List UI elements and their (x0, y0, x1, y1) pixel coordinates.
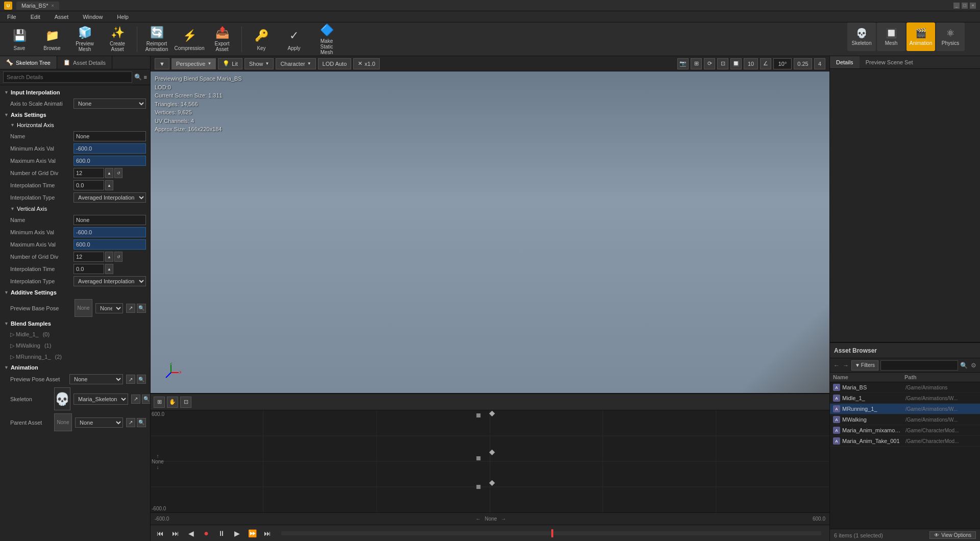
h-interp-time-spin[interactable]: ▲ (105, 180, 113, 190)
preview-pose-select[interactable]: None (69, 374, 123, 384)
close-tab-button[interactable]: × (52, 3, 54, 8)
play-pause-button[interactable]: ⏸ (216, 528, 227, 539)
skeleton-select[interactable]: Maria_Skeleton (74, 394, 128, 405)
section-horizontal-axis[interactable]: ▼ Horizontal Axis (0, 120, 150, 130)
preview-base-use-btn[interactable]: ↗ (126, 304, 135, 313)
tab-asset-details[interactable]: 📋 Asset Details (57, 56, 112, 69)
section-vertical-axis[interactable]: ▼ Vertical Axis (0, 204, 150, 214)
section-blend-samples[interactable]: ▼ Blend Samples (0, 318, 150, 329)
play-step-back-button[interactable]: ⏭ (170, 528, 181, 539)
make-static-mesh-button[interactable]: 🔷 Make Static Mesh (311, 24, 342, 54)
axis-to-scale-select[interactable]: None (74, 99, 146, 109)
tab-preview-scene-set[interactable]: Preview Scene Set (860, 56, 919, 68)
preview-base-pose-select[interactable]: None (95, 303, 123, 313)
v-axis-max-input[interactable] (74, 239, 146, 250)
play-jump-end-button[interactable]: ⏭ (262, 528, 273, 539)
h-axis-min-input[interactable] (74, 143, 146, 154)
view-icon-btn[interactable]: 🔲 (730, 58, 742, 69)
search-input[interactable] (3, 71, 132, 83)
play-reverse-button[interactable]: ◀ (185, 528, 197, 539)
skeleton-search-btn[interactable]: 🔍 (142, 395, 150, 404)
section-axis-settings[interactable]: ▼ Axis Settings (0, 110, 150, 120)
h-axis-max-input[interactable] (74, 156, 146, 166)
viewport-dropdown-button[interactable]: ▼ (155, 58, 169, 69)
tl-normalize-btn[interactable]: ⊞ (154, 397, 165, 408)
rotate-icon-btn[interactable]: ⟳ (704, 58, 715, 69)
asset-row-maria-anim-mixamo[interactable]: A Maria_Anim_mixamo_com /Game/CharacterM… (830, 425, 980, 436)
ab-search-button[interactable]: 🔍 (960, 361, 968, 370)
play-jump-start-button[interactable]: ⏮ (155, 528, 166, 539)
skeleton-use-btn[interactable]: ↗ (131, 395, 140, 404)
menu-edit[interactable]: Edit (28, 13, 43, 21)
v-grid-div-input[interactable] (74, 252, 104, 262)
reimport-animation-button[interactable]: 🔄 Reimport Animation (141, 24, 172, 54)
asset-row-maria-bs[interactable]: A Maria_BS /Game/Animations (830, 382, 980, 393)
v-grid-reset[interactable]: ↺ (114, 252, 122, 262)
section-animation[interactable]: ▼ Animation (0, 362, 150, 373)
ab-forward-button[interactable]: → (842, 361, 849, 370)
preview-base-search-btn[interactable]: 🔍 (137, 304, 146, 313)
lod-auto-button[interactable]: LOD Auto (318, 58, 352, 69)
play-fast-forward-button[interactable]: ⏩ (247, 528, 258, 539)
tl-zoom-btn[interactable]: ⊡ (180, 397, 191, 408)
save-button[interactable]: 💾 Save (4, 24, 35, 54)
tab-skeleton-tree[interactable]: 🦴 Skeleton Tree (0, 56, 57, 69)
parent-asset-use-btn[interactable]: ↗ (126, 418, 135, 427)
parent-asset-select[interactable]: None (75, 417, 123, 428)
section-input-interpolation[interactable]: ▼ Input Interpolation (0, 87, 150, 97)
browse-button[interactable]: 📁 Browse (37, 24, 67, 54)
compression-button[interactable]: ⚡ Compression (174, 24, 205, 54)
apply-button[interactable]: ✓ Apply (279, 24, 309, 54)
preview-pose-search-btn[interactable]: 🔍 (137, 375, 146, 384)
view-options-button[interactable]: 👁 View Options (929, 531, 976, 539)
key-button[interactable]: 🔑 Key (246, 24, 277, 54)
tab-animation[interactable]: 🎬 Animation (906, 22, 935, 51)
record-button[interactable]: ● (201, 528, 212, 539)
asset-row-mrunning1[interactable]: A MRunning_1_ /Game/Animations/W... (830, 404, 980, 414)
cam-icon-btn[interactable]: 4 (814, 58, 825, 69)
list-view-icon[interactable]: ≡ (144, 74, 147, 80)
perspective-button[interactable]: Perspective ▼ (172, 58, 216, 69)
show-button[interactable]: Show ▼ (244, 58, 274, 69)
close-button[interactable]: × (970, 3, 976, 9)
v-interp-type-select[interactable]: Averaged Interpolation (74, 276, 146, 286)
x-scale-button[interactable]: ✕ x1.0 (353, 58, 380, 69)
snap-icon-btn[interactable]: ⊡ (717, 58, 728, 69)
asset-row-maria-anim-take[interactable]: A Maria_Anim_Take_001 /Game/CharacterMod… (830, 436, 980, 447)
preview-mesh-button[interactable]: 🧊 Preview Mesh (69, 24, 100, 54)
asset-row-midle1[interactable]: A Midle_1_ /Game/Animations/W... (830, 393, 980, 404)
menu-asset[interactable]: Asset (52, 13, 72, 21)
asset-row-mwalking[interactable]: A MWalking /Game/Animations/W... (830, 414, 980, 425)
parent-asset-search-btn[interactable]: 🔍 (137, 418, 146, 427)
grid-num-btn[interactable]: 10 (744, 58, 758, 69)
ab-filters-button[interactable]: ▼ Filters (851, 360, 878, 371)
tab-physics[interactable]: ⚛ Physics (936, 22, 965, 51)
ab-settings-button[interactable]: ⚙ (970, 361, 977, 370)
h-grid-reset[interactable]: ↺ (114, 168, 122, 178)
timeline-graph[interactable]: 600.0 -600.0 ↑ None ↓ (151, 410, 829, 512)
h-interp-type-select[interactable]: Averaged Interpolation (74, 192, 146, 203)
create-asset-button[interactable]: ✨ Create Asset (102, 24, 133, 54)
tl-pan-btn[interactable]: ✋ (167, 397, 178, 408)
v-interp-time-spin[interactable]: ▲ (105, 264, 113, 274)
ab-back-button[interactable]: ← (833, 361, 840, 370)
character-button[interactable]: Character ▼ (276, 58, 315, 69)
play-forward-button[interactable]: ▶ (231, 528, 242, 539)
menu-window[interactable]: Window (80, 13, 106, 21)
minimize-button[interactable]: _ (953, 3, 960, 9)
editor-tab[interactable]: Maria_BS* × (16, 2, 59, 10)
menu-file[interactable]: File (4, 13, 19, 21)
section-additive-settings[interactable]: ▼ Additive Settings (0, 287, 150, 298)
lit-button[interactable]: 💡 Lit (218, 58, 242, 69)
v-axis-name-input[interactable] (74, 215, 146, 225)
preview-pose-use-btn[interactable]: ↗ (126, 375, 135, 384)
asset-search-input[interactable] (880, 360, 958, 371)
tab-details[interactable]: Details (830, 56, 860, 68)
maximize-button[interactable]: □ (962, 3, 968, 9)
angle-icon-btn[interactable]: ∠ (760, 58, 771, 69)
v-grid-spin-up[interactable]: ▲ (105, 252, 113, 262)
angle-input[interactable] (773, 58, 792, 69)
tab-mesh[interactable]: 🔲 Mesh (877, 22, 905, 51)
export-asset-button[interactable]: 📤 Export Asset (207, 24, 237, 54)
tab-skeleton[interactable]: 💀 Skeleton (847, 22, 876, 51)
